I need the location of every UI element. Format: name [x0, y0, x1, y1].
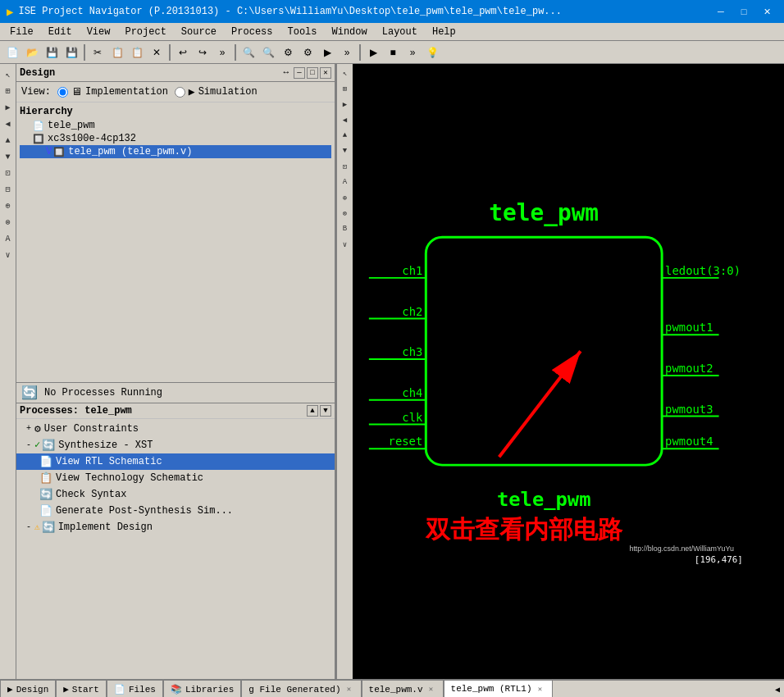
more3-button[interactable]: »: [403, 43, 422, 61]
search2-button[interactable]: 🔍: [259, 43, 277, 61]
prog-button[interactable]: ▶: [318, 43, 336, 61]
canvas-area[interactable]: tele_pwm ch1 ch2 ch3 ch4 clk: [353, 64, 784, 679]
menu-item-project[interactable]: Project: [118, 25, 172, 39]
tree-label-2: xc3s100e-4cp132: [48, 133, 136, 144]
warn-icon: ⚠: [34, 522, 40, 532]
more-button[interactable]: »: [213, 43, 231, 61]
tree-item-tele-pwm[interactable]: 📄 tele_pwm: [20, 119, 331, 132]
light-button[interactable]: 💡: [423, 43, 441, 61]
paste-button[interactable]: 📋: [128, 43, 146, 61]
tab-generated[interactable]: g File Generated) ✕: [241, 680, 361, 697]
rtool-4[interactable]: ◀: [338, 112, 353, 127]
tree-item-chip[interactable]: 🔲 xc3s100e-4cp132: [20, 132, 331, 145]
menu-item-source[interactable]: Source: [175, 25, 223, 39]
open-button[interactable]: 📂: [23, 43, 41, 61]
tab-rtl[interactable]: tele_pwm (RTL1) ✕: [444, 680, 553, 697]
view-selector: View: 🖥 Implementation ▶ Simulation: [16, 82, 335, 102]
impl-radio[interactable]: [57, 87, 68, 98]
tech-icon: 📋: [39, 472, 52, 485]
file-icon-1: 📄: [33, 121, 44, 131]
proc-label-4: View Technology Schematic: [56, 472, 203, 484]
menu-item-help[interactable]: Help: [426, 25, 463, 39]
proc-implement[interactable]: - ⚠ 🔄 Implement Design: [16, 519, 335, 535]
maximize-button[interactable]: □: [733, 3, 754, 20]
tool-7[interactable]: ⊟: [1, 182, 16, 197]
proc-check-syntax[interactable]: 🔄 Check Syntax: [16, 486, 335, 503]
tool-3[interactable]: ◀: [1, 116, 16, 131]
rtool-3[interactable]: ▶: [338, 97, 353, 112]
scroll-up-btn[interactable]: ▲: [307, 405, 318, 417]
redo-button[interactable]: ↪: [194, 43, 212, 61]
menu-item-window[interactable]: Window: [326, 25, 374, 39]
tab-design[interactable]: ▶ Design: [0, 680, 56, 697]
tab-files[interactable]: 📄 Files: [107, 680, 163, 697]
tool-5[interactable]: ▼: [1, 149, 16, 164]
new-button[interactable]: 📄: [3, 43, 21, 61]
menu-item-layout[interactable]: Layout: [376, 25, 424, 39]
rtool-8[interactable]: ⊕: [338, 190, 353, 205]
check-syntax-icon: 🔄: [39, 488, 52, 501]
menu-item-tools[interactable]: Tools: [281, 25, 324, 39]
cut-button[interactable]: ✂: [89, 43, 107, 61]
proc-synthesize[interactable]: - ✓ 🔄 Synthesize - XST: [16, 437, 335, 453]
scroll-down-btn[interactable]: ▼: [320, 405, 331, 417]
output-ledout: ledout(3:0): [665, 264, 741, 277]
tool-6[interactable]: ⊡: [1, 166, 16, 180]
impl-radio-label[interactable]: 🖥 Implementation: [57, 86, 168, 98]
proc-view-tech[interactable]: 📋 View Technology Schematic: [16, 470, 335, 486]
panel-minimize-btn[interactable]: ─: [294, 67, 305, 79]
rtool-9[interactable]: ⊗: [338, 206, 353, 221]
tab-libraries[interactable]: 📚 Libraries: [163, 680, 241, 697]
rtool-2[interactable]: ⊞: [338, 81, 353, 96]
tool-9[interactable]: ⊗: [1, 215, 16, 230]
tool-A[interactable]: A: [1, 231, 16, 246]
rtool-6[interactable]: ▼: [338, 144, 353, 158]
tool-8[interactable]: ⊕: [1, 198, 16, 213]
menu-item-process[interactable]: Process: [225, 25, 279, 39]
undo-button[interactable]: ↩: [174, 43, 192, 61]
proc-gen-sim[interactable]: 📄 Generate Post-Synthesis Sim...: [16, 503, 335, 519]
rtool-A[interactable]: A: [338, 175, 353, 189]
copy-button[interactable]: 📋: [108, 43, 126, 61]
impl-button[interactable]: ⚙: [299, 43, 317, 61]
tool-1[interactable]: ⊞: [1, 84, 16, 98]
panel-maximize-btn[interactable]: □: [307, 67, 318, 79]
rtool-7[interactable]: ⊡: [338, 159, 353, 174]
tab-start[interactable]: ▶ Start: [56, 680, 107, 697]
tab-verilog[interactable]: tele_pwm.v ✕: [362, 680, 444, 697]
tool-2[interactable]: ▶: [1, 100, 16, 115]
tool-select[interactable]: ↖: [1, 67, 16, 82]
rtool-down[interactable]: ∨: [338, 237, 353, 252]
tool-down[interactable]: ∨: [1, 248, 16, 262]
search-button[interactable]: 🔍: [239, 43, 258, 61]
run-button[interactable]: ▶: [364, 43, 382, 61]
tab-rtl-close[interactable]: ✕: [536, 684, 545, 694]
sim-radio-label[interactable]: ▶ Simulation: [175, 85, 258, 98]
stop-button[interactable]: ■: [384, 43, 402, 61]
more2-button[interactable]: »: [338, 43, 356, 61]
menu-item-edit[interactable]: Edit: [42, 25, 79, 39]
expand-arrow[interactable]: ↔: [283, 67, 289, 79]
panel-close-btn[interactable]: ✕: [320, 67, 331, 79]
tab-nav-left[interactable]: ◀: [771, 681, 784, 697]
save-all-button[interactable]: 💾: [62, 43, 80, 61]
minimize-button[interactable]: ─: [710, 3, 732, 20]
tree-item-module[interactable]: V 🔲 tele_pwm (tele_pwm.v): [20, 145, 331, 158]
sim-radio[interactable]: [175, 87, 185, 98]
tool-4[interactable]: ▲: [1, 133, 16, 148]
rtool-B[interactable]: B: [338, 221, 353, 236]
proc-user-constraints[interactable]: + ⚙ User Constraints: [16, 421, 335, 437]
rtool-5[interactable]: ▲: [338, 128, 353, 143]
rtool-1[interactable]: ↖: [338, 66, 353, 80]
schematic-bottom-label: tele_pwm: [497, 488, 591, 511]
proc-view-rtl[interactable]: 📄 View RTL Schematic: [16, 453, 335, 470]
menu-item-file[interactable]: File: [3, 25, 40, 39]
menu-item-view[interactable]: View: [80, 25, 117, 39]
synth-button[interactable]: ⚙: [279, 43, 297, 61]
close-button[interactable]: ✕: [756, 3, 777, 20]
expand-icon-2: -: [26, 440, 31, 449]
tab-generated-close[interactable]: ✕: [344, 685, 354, 695]
tab-verilog-close[interactable]: ✕: [426, 685, 436, 695]
delete-button[interactable]: ✕: [148, 43, 166, 61]
save-button[interactable]: 💾: [43, 43, 61, 61]
